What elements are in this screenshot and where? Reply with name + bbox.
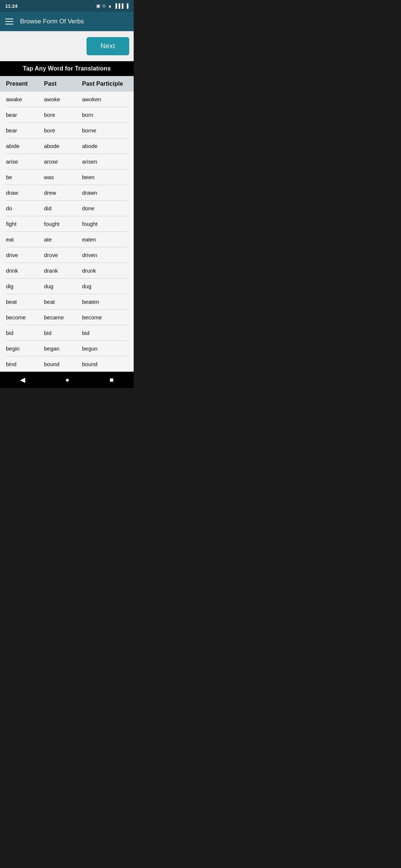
table-row[interactable]: digdugdug xyxy=(6,279,128,294)
verb-table: awakeawokeawokenbearborebornbearboreborn… xyxy=(0,92,134,372)
back-button[interactable]: ◀ xyxy=(15,374,30,385)
cell-participle[interactable]: bound xyxy=(82,361,128,367)
cell-present[interactable]: fight xyxy=(6,221,44,227)
table-row[interactable]: arisearosearisen xyxy=(6,154,128,170)
cell-present[interactable]: drink xyxy=(6,267,44,274)
battery-icon: ▐ xyxy=(125,3,128,9)
table-header: Present Past Past Participle xyxy=(0,76,134,92)
cell-past[interactable]: did xyxy=(44,205,82,211)
cell-present[interactable]: draw xyxy=(6,190,44,196)
cell-present[interactable]: arise xyxy=(6,158,44,165)
cell-present[interactable]: drive xyxy=(6,252,44,258)
cell-past[interactable]: bound xyxy=(44,361,82,367)
cell-present[interactable]: bind xyxy=(6,361,44,367)
table-row[interactable]: bidbidbid xyxy=(6,325,128,341)
cell-participle[interactable]: become xyxy=(82,314,128,320)
cell-present[interactable]: be xyxy=(6,174,44,180)
cell-participle[interactable]: been xyxy=(82,174,128,180)
tap-banner: Tap Any Word for Translations xyxy=(0,61,134,76)
status-icons: ▣ ⊙ ▲ ▐▐▐ ▐ xyxy=(96,3,128,9)
cell-present[interactable]: begin xyxy=(6,345,44,352)
page-title: Browse Form Of Verbs xyxy=(20,18,84,25)
table-row[interactable]: fightfoughtfought xyxy=(6,216,128,232)
cell-past[interactable]: drank xyxy=(44,267,82,274)
table-row[interactable]: bearboreborne xyxy=(6,123,128,138)
table-row[interactable]: drivedrovedriven xyxy=(6,247,128,263)
cell-participle[interactable]: born xyxy=(82,112,128,118)
cell-present[interactable]: awake xyxy=(6,96,44,102)
cell-present[interactable]: eat xyxy=(6,236,44,243)
cell-participle[interactable]: awoken xyxy=(82,96,128,102)
cell-participle[interactable]: fought xyxy=(82,221,128,227)
cell-present[interactable]: become xyxy=(6,314,44,320)
cell-participle[interactable]: eaten xyxy=(82,236,128,243)
cell-participle[interactable]: dug xyxy=(82,283,128,289)
cell-participle[interactable]: done xyxy=(82,205,128,211)
cell-present[interactable]: bid xyxy=(6,330,44,336)
next-button[interactable]: Next xyxy=(87,37,129,55)
cell-participle[interactable]: bid xyxy=(82,330,128,336)
app-header: Browse Form Of Verbs xyxy=(0,12,134,31)
cell-present[interactable]: abide xyxy=(6,143,44,149)
recent-apps-button[interactable]: ■ xyxy=(104,375,119,385)
table-row[interactable]: bearboreborn xyxy=(6,107,128,123)
sim-icon: ▣ xyxy=(96,3,100,9)
cell-participle[interactable]: drawn xyxy=(82,190,128,196)
cell-participle[interactable]: driven xyxy=(82,252,128,258)
header-participle: Past Participle xyxy=(82,80,128,87)
cell-past[interactable]: ate xyxy=(44,236,82,243)
status-time: 11:24 xyxy=(5,3,17,9)
cell-past[interactable]: drew xyxy=(44,190,82,196)
cell-participle[interactable]: abode xyxy=(82,143,128,149)
cell-participle[interactable]: begun xyxy=(82,345,128,352)
status-bar: 11:24 ▣ ⊙ ▲ ▐▐▐ ▐ xyxy=(0,0,134,12)
table-row[interactable]: abideabodeabode xyxy=(6,138,128,154)
cell-present[interactable]: bear xyxy=(6,112,44,118)
cell-participle[interactable]: beaten xyxy=(82,299,128,305)
cell-present[interactable]: bear xyxy=(6,127,44,134)
cell-past[interactable]: began xyxy=(44,345,82,352)
table-row[interactable]: becomebecamebecome xyxy=(6,310,128,325)
cell-past[interactable]: bore xyxy=(44,112,82,118)
table-row[interactable]: awakeawokeawoken xyxy=(6,92,128,107)
wifi-icon: ▲ xyxy=(108,3,112,9)
table-row[interactable]: dodiddone xyxy=(6,201,128,216)
cell-past[interactable]: drove xyxy=(44,252,82,258)
header-past: Past xyxy=(44,80,82,87)
table-row[interactable]: bindboundbound xyxy=(6,356,128,372)
cell-past[interactable]: fought xyxy=(44,221,82,227)
cell-past[interactable]: bid xyxy=(44,330,82,336)
table-row[interactable]: eatateeaten xyxy=(6,232,128,247)
table-row[interactable]: drawdrewdrawn xyxy=(6,185,128,201)
cell-past[interactable]: awoke xyxy=(44,96,82,102)
cell-present[interactable]: do xyxy=(6,205,44,211)
cell-past[interactable]: arose xyxy=(44,158,82,165)
cell-participle[interactable]: arisen xyxy=(82,158,128,165)
record-icon: ⊙ xyxy=(102,3,106,9)
cell-past[interactable]: was xyxy=(44,174,82,180)
home-button[interactable]: ● xyxy=(60,375,75,385)
cell-participle[interactable]: drunk xyxy=(82,267,128,274)
cell-past[interactable]: became xyxy=(44,314,82,320)
cell-past[interactable]: beat xyxy=(44,299,82,305)
cell-past[interactable]: bore xyxy=(44,127,82,134)
table-row[interactable]: beginbeganbegun xyxy=(6,341,128,356)
table-row[interactable]: drinkdrankdrunk xyxy=(6,263,128,279)
table-row[interactable]: bewasbeen xyxy=(6,170,128,185)
header-present: Present xyxy=(6,80,44,87)
table-row[interactable]: beatbeatbeaten xyxy=(6,294,128,310)
cell-present[interactable]: beat xyxy=(6,299,44,305)
cell-present[interactable]: dig xyxy=(6,283,44,289)
signal-icon: ▐▐▐ xyxy=(114,3,124,9)
bottom-nav: ◀ ● ■ xyxy=(0,372,134,388)
cell-past[interactable]: dug xyxy=(44,283,82,289)
menu-button[interactable] xyxy=(5,19,13,24)
next-area: Next xyxy=(0,31,134,61)
cell-past[interactable]: abode xyxy=(44,143,82,149)
cell-participle[interactable]: borne xyxy=(82,127,128,134)
